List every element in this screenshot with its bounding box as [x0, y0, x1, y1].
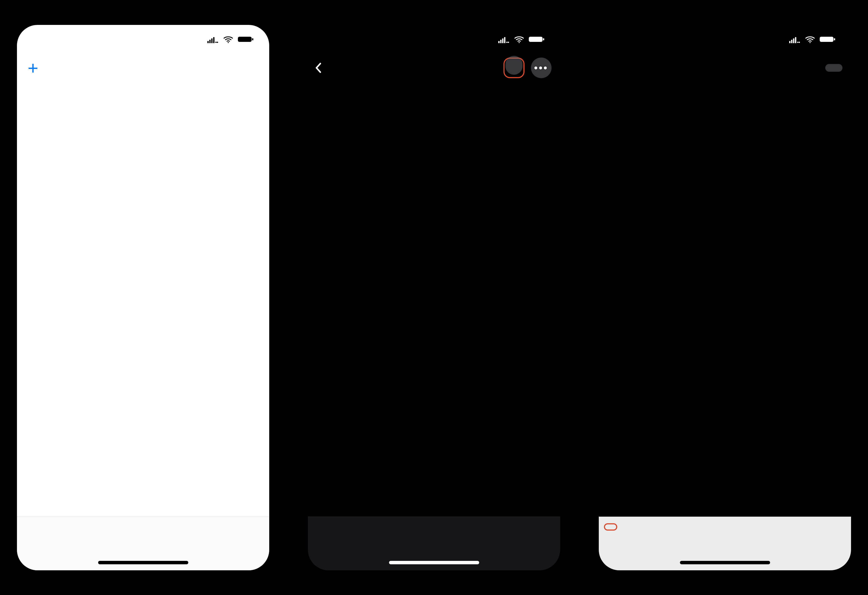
svg-rect-16: [529, 37, 543, 42]
screen-recently-deleted: •••: [308, 25, 560, 570]
nav-bar: +: [17, 54, 269, 82]
cancel-button[interactable]: [825, 64, 843, 72]
home-indicator[interactable]: [389, 561, 479, 564]
svg-point-14: [508, 42, 509, 43]
svg-rect-19: [791, 40, 793, 43]
svg-rect-8: [252, 38, 253, 40]
nav-bar: [599, 54, 851, 82]
svg-rect-10: [500, 40, 502, 43]
svg-rect-11: [502, 38, 503, 43]
svg-rect-26: [834, 38, 835, 40]
wifi-icon: [223, 35, 233, 43]
screen-albums-list: +: [17, 25, 269, 570]
svg-rect-12: [504, 37, 505, 43]
svg-rect-7: [238, 37, 252, 42]
svg-point-4: [216, 42, 217, 43]
battery-icon: [528, 35, 545, 43]
chevron-left-icon: [314, 62, 322, 74]
svg-rect-1: [209, 40, 211, 43]
page-title: [599, 82, 851, 88]
svg-rect-25: [820, 37, 833, 42]
svg-point-5: [217, 42, 218, 43]
svg-point-24: [810, 42, 811, 43]
status-bar: [17, 25, 269, 54]
dual-sim-icon: [207, 35, 219, 43]
home-indicator[interactable]: [680, 561, 770, 564]
svg-rect-2: [211, 38, 213, 43]
svg-rect-18: [789, 41, 790, 43]
dual-sim-icon: [789, 35, 801, 43]
svg-point-23: [799, 42, 800, 43]
wifi-icon: [514, 35, 524, 43]
svg-rect-17: [543, 38, 544, 40]
select-button[interactable]: [505, 56, 523, 75]
highlight-select: [503, 58, 524, 78]
svg-rect-9: [498, 41, 500, 43]
battery-icon: [819, 35, 836, 43]
page-title: [308, 82, 560, 88]
more-button[interactable]: •••: [531, 58, 552, 78]
svg-rect-3: [213, 37, 214, 43]
ellipsis-icon: •••: [534, 62, 548, 74]
nav-bar: •••: [308, 54, 560, 82]
svg-rect-21: [795, 37, 796, 43]
svg-point-13: [506, 42, 508, 43]
albums-scroll[interactable]: [17, 82, 269, 517]
battery-icon: [238, 35, 254, 43]
status-bar: [308, 25, 560, 54]
svg-point-15: [519, 42, 520, 43]
wifi-icon: [805, 35, 815, 43]
back-button[interactable]: [314, 62, 324, 74]
svg-point-6: [228, 42, 229, 43]
screen-select-mode: [599, 25, 851, 570]
dual-sim-icon: [498, 35, 510, 43]
svg-rect-0: [207, 41, 209, 43]
svg-rect-20: [793, 38, 794, 43]
status-bar: [599, 25, 851, 54]
highlight-delete-all: [604, 523, 617, 531]
add-button[interactable]: +: [28, 59, 38, 77]
home-indicator[interactable]: [98, 561, 188, 564]
svg-point-22: [797, 42, 799, 43]
